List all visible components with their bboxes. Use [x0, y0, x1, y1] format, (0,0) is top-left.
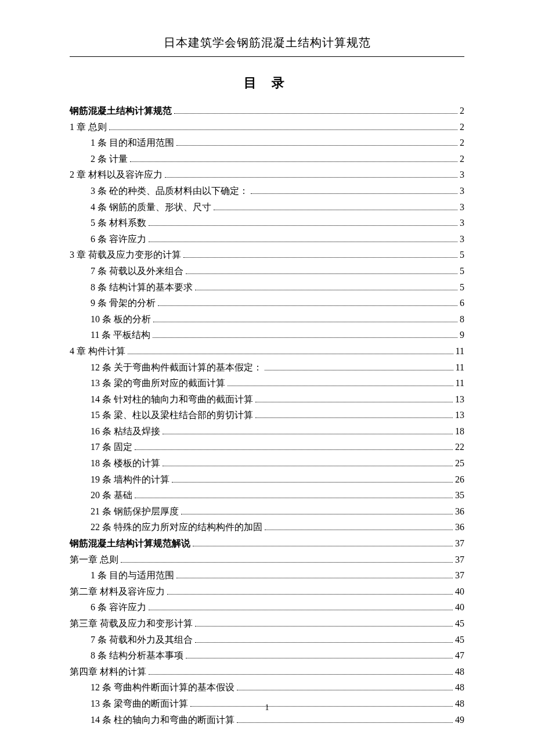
toc-entry-page: 2 [460, 135, 464, 150]
toc-entry[interactable]: 第一章 总则37 [70, 552, 464, 567]
toc-entry[interactable]: 7 条 荷载和外力及其组合45 [70, 632, 464, 647]
toc-leader-dots [135, 498, 453, 498]
toc-leader-dots [228, 386, 453, 386]
toc-entry-label: 11 条 平板结构 [91, 327, 150, 343]
toc-leader-dots [255, 417, 453, 418]
toc-entry[interactable]: 4 章 构件计算11 [70, 344, 464, 359]
toc-leader-dots [195, 626, 453, 627]
document-header: 日本建筑学会钢筋混凝土结构计算规范 [70, 35, 464, 57]
toc-entry[interactable]: 第二章 材料及容许应力40 [70, 584, 464, 599]
toc-leader-dots [183, 257, 457, 258]
toc-entry-label: 16 条 粘结及焊接 [91, 424, 160, 439]
toc-entry-label: 1 条 目的和适用范围 [91, 135, 174, 150]
toc-entry-page: 25 [455, 456, 464, 471]
toc-leader-dots [128, 354, 453, 354]
toc-entry-label: 4 章 构件计算 [70, 344, 125, 359]
toc-entry[interactable]: 4 条 钢筋的质量、形状、尺寸3 [70, 200, 464, 215]
toc-leader-dots [121, 562, 453, 563]
toc-entry[interactable]: 第四章 材料的计算48 [70, 664, 464, 679]
toc-entry-label: 6 条 容许应力 [91, 232, 146, 247]
toc-leader-dots [167, 594, 453, 595]
toc-entry[interactable]: 11 条 平板结构9 [70, 327, 464, 343]
toc-entry[interactable]: 13 条 梁的弯曲所对应的截面计算11 [70, 376, 464, 391]
toc-entry[interactable]: 2 章 材料以及容许应力3 [70, 167, 464, 182]
toc-entry[interactable]: 22 条 特殊的应力所对应的结构构件的加固36 [70, 520, 464, 535]
toc-leader-dots [214, 210, 457, 210]
toc-entry-page: 22 [455, 440, 464, 455]
toc-leader-dots [163, 434, 453, 434]
toc-entry[interactable]: 12 条 关于弯曲构件截面计算的基本假定：11 [70, 360, 464, 375]
toc-leader-dots [153, 322, 457, 322]
toc-entry[interactable]: 2 条 计量2 [70, 152, 464, 167]
toc-entry-page: 13 [455, 408, 464, 423]
toc-entry-page: 5 [460, 280, 464, 295]
toc-entry[interactable]: 15 条 梁、柱以及梁柱结合部的剪切计算13 [70, 408, 464, 423]
toc-entry-page: 48 [455, 664, 464, 679]
toc-leader-dots [176, 578, 453, 578]
toc-entry[interactable]: 6 条 容许应力3 [70, 232, 464, 247]
toc-entry[interactable]: 3 条 砼的种类、品质材料由以下确定：3 [70, 183, 464, 199]
toc-entry-label: 7 条 荷载和外力及其组合 [91, 632, 193, 647]
toc-entry-page: 37 [455, 568, 464, 583]
toc-entry[interactable]: 1 条 目的和适用范围2 [70, 135, 464, 150]
toc-entry-label: 第三章 荷载及应力和变形计算 [70, 616, 193, 631]
toc-entry-page: 45 [455, 632, 464, 647]
toc-entry-label: 22 条 特殊的应力所对应的结构构件的加固 [91, 520, 262, 535]
toc-leader-dots [109, 129, 457, 130]
toc-entry-page: 49 [455, 712, 464, 728]
toc-entry-label: 8 条 结构计算的基本要求 [91, 280, 193, 295]
toc-entry-label: 钢筋混凝土结构计算规范 [70, 103, 172, 118]
toc-entry-label: 2 条 计量 [91, 152, 128, 167]
toc-entry-label: 3 章 荷载及应力变形的计算 [70, 247, 181, 262]
toc-entry[interactable]: 16 条 粘结及焊接18 [70, 424, 464, 439]
toc-entry[interactable]: 12 条 弯曲构件断面计算的基本假设48 [70, 680, 464, 695]
toc-entry[interactable]: 20 条 基础35 [70, 488, 464, 503]
toc-entry-label: 12 条 弯曲构件断面计算的基本假设 [91, 680, 234, 695]
toc-entry[interactable]: 21 条 钢筋保护层厚度36 [70, 504, 464, 519]
toc-entry[interactable]: 14 条 柱的轴向力和弯曲的断面计算49 [70, 712, 464, 728]
toc-leader-dots [195, 290, 457, 290]
toc-entry-page: 40 [455, 600, 464, 615]
toc-leader-dots [130, 161, 457, 162]
toc-entry-page: 5 [460, 264, 464, 279]
toc-entry[interactable]: 第三章 荷载及应力和变形计算45 [70, 616, 464, 631]
toc-entry[interactable]: 6 条 容许应力40 [70, 600, 464, 615]
toc-entry-label: 19 条 墙构件的计算 [91, 472, 169, 487]
toc-entry-page: 3 [460, 215, 464, 231]
table-of-contents: 钢筋混凝土结构计算规范 21 章 总则21 条 目的和适用范围22 条 计量22… [70, 103, 464, 727]
toc-entry[interactable]: 18 条 楼板的计算25 [70, 456, 464, 471]
toc-entry[interactable]: 钢筋混凝土结构计算规范 2 [70, 103, 464, 118]
toc-leader-dots [186, 658, 453, 658]
toc-leader-dots [251, 193, 457, 194]
toc-leader-dots [172, 482, 453, 483]
toc-entry[interactable]: 17 条 固定22 [70, 440, 464, 455]
toc-entry-page: 3 [460, 232, 464, 247]
toc-entry-label: 13 条 梁的弯曲所对应的截面计算 [91, 376, 225, 391]
toc-leader-dots [237, 690, 453, 690]
toc-entry-page: 2 [460, 103, 464, 118]
toc-entry[interactable]: 1 条 目的与适用范围37 [70, 568, 464, 583]
toc-entry-page: 48 [455, 680, 464, 695]
toc-entry[interactable]: 19 条 墙构件的计算26 [70, 472, 464, 487]
toc-entry[interactable]: 14 条 针对柱的轴向力和弯曲的截面计算13 [70, 392, 464, 407]
toc-entry-page: 6 [460, 296, 464, 311]
toc-entry[interactable]: 1 章 总则2 [70, 120, 464, 135]
toc-entry-label: 1 条 目的与适用范围 [91, 568, 174, 583]
toc-entry-page: 18 [455, 424, 464, 439]
toc-entry[interactable]: 7 条 荷载以及外来组合5 [70, 264, 464, 279]
toc-leader-dots [165, 177, 457, 178]
toc-entry[interactable]: 10 条 板的分析8 [70, 312, 464, 327]
toc-entry[interactable]: 8 条 结构计算的基本要求5 [70, 280, 464, 295]
toc-entry-label: 12 条 关于弯曲构件截面计算的基本假定： [91, 360, 262, 375]
page-number: 1 [70, 703, 464, 712]
toc-leader-dots [135, 449, 453, 450]
toc-entry-page: 36 [455, 504, 464, 519]
toc-entry[interactable]: 钢筋混凝土结构计算规范解说 37 [70, 536, 464, 551]
toc-entry[interactable]: 3 章 荷载及应力变形的计算5 [70, 247, 464, 262]
toc-entry[interactable]: 8 条 结构分析基本事项47 [70, 648, 464, 663]
toc-entry[interactable]: 9 条 骨架的分析6 [70, 296, 464, 311]
toc-entry[interactable]: 5 条 材料系数3 [70, 215, 464, 231]
toc-entry-page: 11 [456, 344, 464, 359]
toc-entry-label: 6 条 容许应力 [91, 600, 146, 615]
toc-leader-dots [149, 610, 453, 610]
